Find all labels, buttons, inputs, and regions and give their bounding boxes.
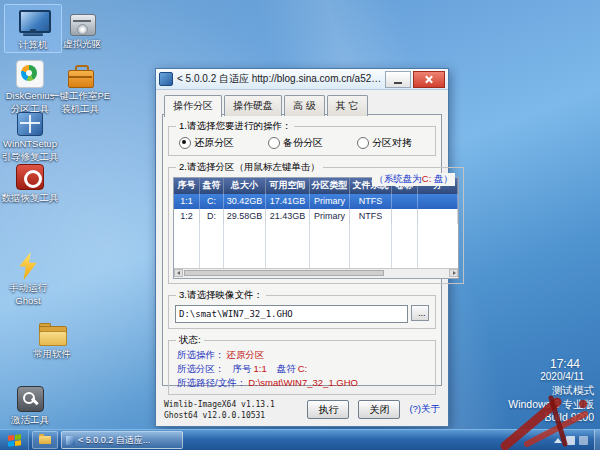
- radio-icon: [268, 137, 280, 149]
- status-sublabel: 盘符: [277, 363, 296, 374]
- cell: [418, 194, 458, 209]
- window-footer: Wimlib-ImageX64 v1.13.1 Ghost64 v12.0.0.…: [164, 399, 440, 421]
- desktop-icon-label: 常用软件: [33, 348, 71, 359]
- app-icon: [159, 72, 173, 86]
- cell: 1:2: [174, 209, 200, 224]
- tab-others[interactable]: 其 它: [327, 95, 368, 116]
- cell: 17.41GB: [266, 194, 310, 209]
- status-value: 还原分区: [227, 349, 265, 360]
- cell: C:: [200, 194, 224, 209]
- table-row[interactable]: 1:2 D: 29.58GB 21.43GB Primary NTFS: [174, 209, 458, 224]
- scroll-thumb[interactable]: [184, 270, 384, 276]
- cell: 1:1: [174, 194, 200, 209]
- desktop-icon-winntsetup[interactable]: WinNTSetup 引导修复工具: [2, 104, 58, 164]
- desktop-icon-activation-tool[interactable]: 激活工具: [2, 380, 58, 427]
- desktop-icon-label: 虚拟光驱: [63, 38, 101, 49]
- scroll-right-arrow[interactable]: [449, 269, 458, 277]
- tab-panel: 1.请选择您要进行的操作： 还原分区 备份分区 分区对拷: [162, 114, 442, 386]
- desktop-icon-data-recovery[interactable]: 数据恢复工具: [2, 158, 58, 205]
- desktop-icon-pe-toolbox[interactable]: 一键工作室PE 装机工具: [52, 56, 108, 116]
- radio-label: 还原分区: [194, 136, 234, 150]
- virtual-drive-icon: [69, 6, 95, 36]
- status-row-operation: 所选操作：还原分区: [173, 348, 431, 362]
- scroll-left-arrow[interactable]: [174, 269, 183, 277]
- status-label: 所选路径/文件：: [177, 377, 246, 388]
- desktop-icon-virtual-drive[interactable]: 虚拟光驱: [54, 4, 110, 51]
- tray-icon-1[interactable]: [566, 436, 575, 445]
- close-dialog-button[interactable]: 关闭: [358, 400, 400, 419]
- status-row-partition: 所选分区：序号1:1盘符C:: [173, 362, 431, 376]
- desktop-icon-manual-ghost[interactable]: 手动运行 Ghost: [0, 248, 56, 308]
- minimize-button[interactable]: [385, 71, 411, 88]
- watermark-mode: 测试模式: [508, 384, 594, 398]
- about-link[interactable]: (?)关于: [409, 403, 440, 416]
- status-sublabel: 序号: [233, 363, 252, 374]
- tab-operate-disk[interactable]: 操作硬盘: [224, 95, 282, 116]
- tray-expand-icon[interactable]: [554, 438, 562, 443]
- taskbar-app-label: < 5.0.0.2 自适应...: [78, 434, 150, 447]
- image-file-group: 3.请选择映像文件： ...: [168, 289, 436, 329]
- taskbar-app-button[interactable]: < 5.0.0.2 自适应...: [61, 431, 183, 449]
- status-label: 所选分区：: [177, 363, 225, 374]
- close-button[interactable]: [413, 71, 445, 88]
- desktop-icon-label: DiskGenius: [6, 90, 55, 101]
- winntsetup-icon: [17, 106, 43, 136]
- radio-backup-partition[interactable]: 备份分区: [268, 136, 323, 150]
- partition-group: 2.请选择分区（用鼠标左键单击） （系统盘为C: 盘） 序号 盘符 总大小 可用…: [168, 161, 464, 284]
- status-value: C:: [298, 363, 308, 374]
- desktop-icon-label-2: Ghost: [15, 295, 40, 306]
- caption-buttons: [385, 71, 445, 88]
- clock-time: 17:44: [508, 357, 594, 371]
- cell: 30.42GB: [224, 194, 266, 209]
- cell: Primary: [310, 194, 350, 209]
- system-tray: [554, 436, 588, 445]
- watermark-os: Windows 8 专业版: [508, 398, 594, 412]
- cell: NTFS: [350, 194, 392, 209]
- tab-operate-partition[interactable]: 操作分区: [164, 95, 222, 117]
- col-header[interactable]: 总大小: [224, 178, 266, 194]
- execute-button[interactable]: 执行: [307, 400, 349, 419]
- folder-icon: [38, 316, 66, 346]
- version-info: Wimlib-ImageX64 v1.13.1 Ghost64 v12.0.0.…: [164, 399, 275, 421]
- window-title: < 5.0.0.2 自适应 http://blog.sina.com.cn/a5…: [173, 72, 385, 86]
- taskbar: < 5.0.0.2 自适应...: [0, 429, 600, 450]
- status-value: 1:1: [254, 363, 267, 374]
- tab-advanced[interactable]: 高 级: [284, 95, 325, 116]
- hint-drive-letter: C:: [422, 173, 432, 184]
- window-titlebar[interactable]: < 5.0.0.2 自适应 http://blog.sina.com.cn/a5…: [156, 69, 448, 90]
- radio-restore-partition[interactable]: 还原分区: [179, 136, 234, 150]
- computer-icon: [18, 7, 48, 37]
- cell: 29.58GB: [224, 209, 266, 224]
- col-header[interactable]: 可用空间: [266, 178, 310, 194]
- status-label: 所选操作：: [177, 349, 225, 360]
- cell: NTFS: [350, 209, 392, 224]
- image-file-input[interactable]: [175, 305, 408, 323]
- system-watermark: 17:44 2020/4/11 测试模式 Windows 8 专业版 Build…: [508, 357, 594, 425]
- partition-legend: 2.请选择分区（用鼠标左键单击）: [176, 161, 323, 174]
- radio-copy-partition[interactable]: 分区对拷: [357, 136, 412, 150]
- image-file-legend: 3.请选择映像文件：: [176, 289, 266, 302]
- col-header[interactable]: 序号: [174, 178, 200, 194]
- start-button[interactable]: [0, 430, 29, 450]
- show-desktop-button[interactable]: [594, 430, 600, 450]
- horizontal-scrollbar[interactable]: [174, 268, 458, 278]
- radio-checked-icon: [179, 137, 191, 149]
- data-recovery-icon: [16, 160, 44, 190]
- desktop-icon-common-software[interactable]: 常用软件: [24, 314, 80, 361]
- radio-label: 分区对拷: [372, 136, 412, 150]
- col-header[interactable]: 盘符: [200, 178, 224, 194]
- desktop-icon-label: WinNTSetup: [3, 138, 57, 149]
- desktop-icon-label: 一键工作室PE: [50, 90, 110, 101]
- windows-logo-icon: [8, 434, 21, 446]
- table-row-selected[interactable]: 1:1 C: 30.42GB 17.41GB Primary NTFS: [174, 194, 458, 209]
- browse-button[interactable]: ...: [411, 305, 429, 321]
- desktop-icon-label: 数据恢复工具: [2, 192, 59, 203]
- tray-icon-2[interactable]: [579, 436, 588, 445]
- cell: [418, 209, 458, 224]
- col-header[interactable]: 分区类型: [310, 178, 350, 194]
- desktop-icon-label: 计算机: [19, 39, 48, 50]
- taskbar-explorer-button[interactable]: [32, 431, 58, 449]
- tab-bar: 操作分区 操作硬盘 高 级 其 它: [156, 90, 448, 116]
- key-icon: [17, 382, 44, 412]
- status-value: D:\smat\WIN7_32_1.GHO: [248, 377, 358, 388]
